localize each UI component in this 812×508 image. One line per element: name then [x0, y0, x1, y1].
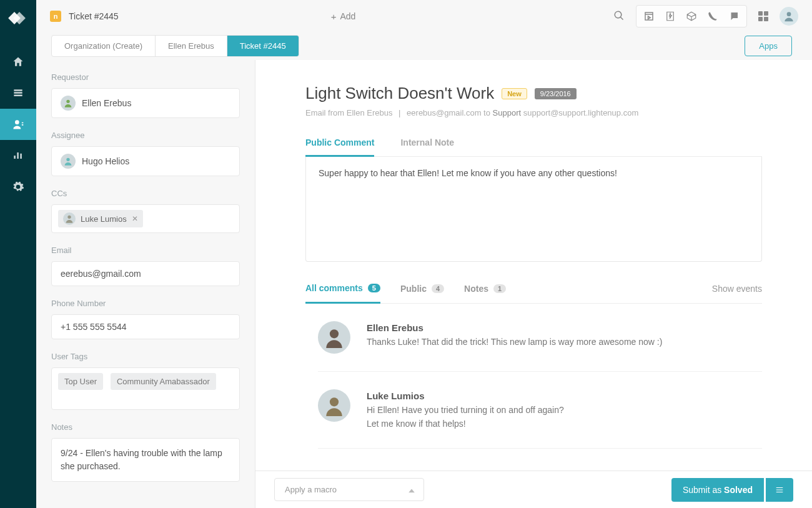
subtitle-to: Support [493, 108, 522, 117]
assignee-field[interactable]: Hugo Helios [51, 146, 240, 176]
ticket-main: Light Switch Doesn't Work New 9/23/2016 … [255, 60, 812, 508]
search-icon [613, 10, 625, 21]
ticket-footer: Apply a macro Submit as Solved [255, 471, 812, 508]
macro-label: Apply a macro [285, 485, 337, 494]
chat-tool[interactable] [723, 7, 745, 25]
apps-launcher[interactable] [758, 11, 768, 21]
cc-remove[interactable]: ✕ [132, 214, 138, 223]
tag-chip[interactable]: Community Amabassador [111, 373, 216, 390]
cc-name: Luke Lumios [81, 214, 127, 224]
ticket-sidebar: Requestor Ellen Erebus Assignee Hugo Hel… [36, 60, 255, 508]
tab-public-label: Public [400, 284, 427, 294]
chat-icon [728, 11, 740, 22]
notes-count: 1 [493, 284, 506, 293]
active-ticket-label[interactable]: Ticket #2445 [69, 11, 119, 21]
tab-all-comments[interactable]: All comments 5 [305, 283, 380, 304]
tags-field[interactable]: Top User Community Amabassador [51, 367, 240, 410]
comment-text: Thanks Luke! That did the trick! This ne… [367, 336, 662, 349]
email-value: eerebus@gmail.com [61, 269, 141, 279]
phone-value: +1 555 555 5544 [61, 322, 127, 332]
content-area: Organization (Create) Ellen Erebus Ticke… [36, 32, 812, 508]
status-badge-new: New [502, 88, 527, 99]
user-icon [12, 118, 24, 131]
breadcrumb: Organization (Create) Ellen Erebus Ticke… [51, 35, 299, 57]
crumb-requester[interactable]: Ellen Erebus [156, 36, 227, 56]
tab-all-label: All comments [305, 283, 363, 293]
calendar-play-icon [643, 11, 655, 22]
email-field[interactable]: eerebus@gmail.com [51, 261, 240, 286]
list-icon [12, 87, 24, 99]
phone-label: Phone Number [51, 299, 240, 308]
date-badge: 9/23/2016 [535, 88, 577, 99]
plus-icon: + [331, 11, 337, 22]
nav-views[interactable] [0, 77, 36, 109]
compose-editor[interactable]: Super happy to hear that Ellen! Let me k… [305, 157, 762, 262]
menu-icon [775, 486, 785, 494]
cc-chip[interactable]: Luke Lumios ✕ [58, 210, 143, 227]
submit-group: Submit as Solved [671, 478, 793, 502]
package-tool[interactable] [681, 7, 702, 25]
tab-internal-note[interactable]: Internal Note [400, 137, 454, 156]
call-tool[interactable] [702, 7, 723, 25]
crumb-ticket[interactable]: Ticket #2445 [227, 36, 299, 56]
svg-point-3 [67, 216, 71, 219]
nav-settings[interactable] [0, 171, 36, 202]
submit-menu-button[interactable] [766, 478, 793, 502]
chart-icon [12, 149, 24, 162]
nav-home[interactable] [0, 46, 36, 77]
tab-notes-comments[interactable]: Notes 1 [464, 284, 506, 294]
top-header: n Ticket #2445 + Add [36, 0, 812, 32]
svg-point-2 [66, 158, 69, 161]
subtitle-from-email: eerebus@gmail.com to [407, 108, 490, 117]
box-icon [686, 11, 697, 22]
bolt-doc-icon [665, 11, 676, 22]
ticket-title: Light Switch Doesn't Work [305, 84, 494, 103]
phone-field[interactable]: +1 555 555 5544 [51, 314, 240, 339]
tag-chip[interactable]: Top User [58, 373, 103, 390]
channel-tools [636, 5, 747, 27]
notes-label: Notes [51, 422, 240, 432]
tab-notes-label: Notes [464, 284, 488, 294]
crumb-organization[interactable]: Organization (Create) [52, 36, 156, 56]
apps-grid-icon [758, 11, 768, 21]
show-events-toggle[interactable]: Show events [712, 284, 762, 294]
svg-point-4 [330, 329, 339, 338]
nav-customers[interactable] [0, 109, 36, 140]
comment-author: Ellen Erebus [367, 322, 662, 333]
calendar-tool[interactable] [638, 7, 660, 25]
notes-field[interactable]: 9/24 - Ellen's having trouble with the l… [51, 438, 240, 482]
tab-public-comment[interactable]: Public Comment [305, 137, 374, 157]
comment-row: Luke Lumios Hi Ellen! Have you tried tur… [318, 372, 762, 449]
submit-prefix: Submit as [683, 485, 724, 495]
public-count: 4 [432, 284, 444, 293]
search-button[interactable] [613, 10, 625, 23]
apps-panel-button[interactable]: Apps [745, 36, 792, 56]
ticket-subtitle: Email from Ellen Erebus | eerebus@gmail.… [305, 108, 762, 117]
nav-reports[interactable] [0, 140, 36, 171]
current-user-avatar[interactable] [780, 7, 798, 26]
tags-label: User Tags [51, 352, 240, 361]
power-tool[interactable] [660, 7, 681, 25]
email-label: Email [51, 246, 240, 255]
app-logo [10, 11, 26, 27]
requestor-field[interactable]: Ellen Erebus [51, 88, 240, 118]
avatar-icon [783, 10, 795, 22]
comment-avatar [318, 321, 350, 354]
subtitle-prefix: Email from Ellen Erebus [305, 108, 392, 117]
add-tab-button[interactable]: + Add [331, 11, 356, 22]
ccs-label: CCs [51, 189, 240, 198]
tab-public-comments[interactable]: Public 4 [400, 284, 444, 294]
svg-point-0 [787, 12, 791, 16]
assignee-label: Assignee [51, 131, 240, 140]
chevron-up-icon [408, 485, 415, 494]
submit-status: Solved [724, 485, 753, 495]
comments-filter-tabs: All comments 5 Public 4 Notes 1 Show eve… [305, 283, 762, 304]
phone-icon [707, 11, 718, 22]
macro-dropdown[interactable]: Apply a macro [274, 478, 424, 501]
submit-button[interactable]: Submit as Solved [671, 478, 764, 502]
breadcrumb-row: Organization (Create) Ellen Erebus Ticke… [36, 32, 812, 59]
ccs-field[interactable]: Luke Lumios ✕ [51, 204, 240, 233]
comment-avatar [318, 389, 350, 422]
assignee-avatar [61, 154, 76, 169]
subtitle-to-email: support@support.lightenup.com [523, 108, 638, 117]
